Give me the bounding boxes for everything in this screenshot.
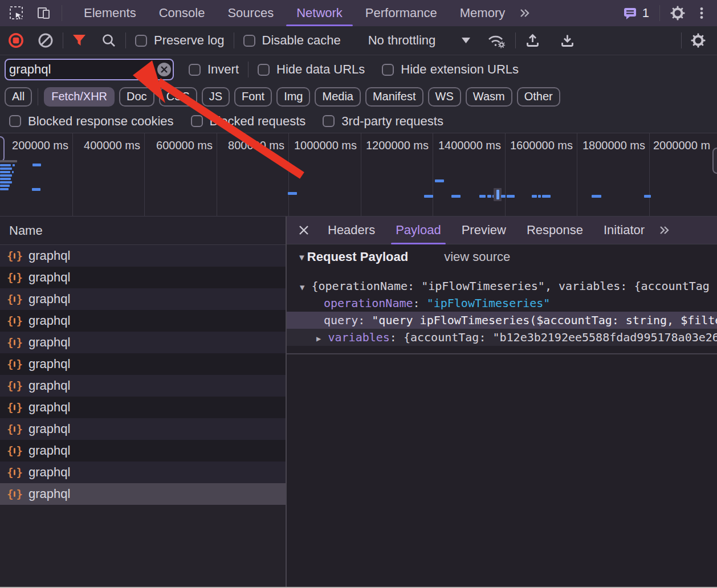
request-row[interactable]: {}graphql xyxy=(0,245,286,267)
request-row[interactable]: {}graphql xyxy=(0,353,286,375)
record-network-log-icon[interactable] xyxy=(8,32,24,48)
more-detail-tabs-icon[interactable] xyxy=(658,224,671,236)
timeline-gridline xyxy=(433,133,433,216)
tab-performance[interactable]: Performance xyxy=(354,0,449,26)
clear-network-log-icon[interactable] xyxy=(38,32,54,48)
filter-funnel-icon[interactable] xyxy=(72,34,87,47)
filter-input[interactable] xyxy=(5,59,174,80)
payload-query-row[interactable]: query: "query ipFlowTimeseries($accountT… xyxy=(287,312,717,329)
pill-wasm[interactable]: Wasm xyxy=(466,87,512,107)
clear-filter-icon[interactable] xyxy=(157,63,171,76)
close-details-icon[interactable] xyxy=(295,221,313,239)
pill-doc[interactable]: Doc xyxy=(119,87,154,107)
timeline-time-label: 1200000 ms xyxy=(366,139,429,152)
device-toolbar-icon[interactable] xyxy=(36,6,51,21)
request-timing-mark xyxy=(424,195,433,198)
search-icon[interactable] xyxy=(101,33,116,48)
request-name: graphql xyxy=(28,465,70,480)
timeline-right-handle[interactable] xyxy=(712,148,717,174)
tab-memory[interactable]: Memory xyxy=(449,0,516,26)
hide-extension-urls-checkbox[interactable] xyxy=(382,64,394,76)
invert-label: Invert xyxy=(207,62,239,77)
throttling-select[interactable]: No throttling xyxy=(368,33,436,48)
blocked-requests-checkbox[interactable] xyxy=(191,115,203,127)
request-row[interactable]: {}graphql xyxy=(0,397,286,418)
request-row[interactable]: {}graphql xyxy=(0,375,286,397)
request-row[interactable]: {}graphql xyxy=(0,483,286,505)
request-timing-mark xyxy=(0,174,12,177)
blocked-response-cookies-checkbox[interactable] xyxy=(9,115,21,127)
request-row[interactable]: {}graphql xyxy=(0,440,286,462)
pill-other[interactable]: Other xyxy=(517,87,560,107)
request-timing-mark xyxy=(507,195,515,198)
tab-headers[interactable]: Headers xyxy=(317,217,385,244)
more-tabs-icon[interactable] xyxy=(518,6,532,21)
request-row[interactable]: {}graphql xyxy=(0,332,286,353)
request-timing-mark xyxy=(0,168,12,170)
pill-manifest[interactable]: Manifest xyxy=(365,87,423,107)
name-column-header[interactable]: Name xyxy=(0,217,286,245)
view-source-link[interactable]: view source xyxy=(444,250,510,264)
request-timing-mark xyxy=(496,190,499,199)
timeline-gridline xyxy=(649,133,650,216)
payload-variables-row[interactable]: ▶ variables: {accountTag: "b12e3b2192ee5… xyxy=(287,329,717,346)
divider xyxy=(38,88,38,105)
json-braces-icon: {} xyxy=(7,271,23,284)
tab-initiator[interactable]: Initiator xyxy=(593,217,655,244)
request-row[interactable]: {}graphql xyxy=(0,418,286,440)
pill-img[interactable]: Img xyxy=(276,87,310,107)
tab-payload[interactable]: Payload xyxy=(385,217,451,244)
pill-all[interactable]: All xyxy=(5,87,32,107)
settings-gear-icon[interactable] xyxy=(670,6,685,21)
hide-data-urls-checkbox[interactable] xyxy=(258,64,270,76)
network-overview-timeline[interactable]: 200000 ms400000 ms600000 ms800000 ms1000… xyxy=(0,133,717,217)
request-timing-mark xyxy=(644,195,651,198)
third-party-requests-checkbox[interactable] xyxy=(323,115,335,127)
network-conditions-icon[interactable] xyxy=(487,33,506,48)
json-braces-icon: {} xyxy=(7,466,23,479)
issues-counter[interactable]: 1 xyxy=(623,6,649,21)
request-timing-mark xyxy=(479,195,486,198)
network-settings-gear-icon[interactable] xyxy=(691,33,706,48)
import-har-icon[interactable] xyxy=(525,33,540,48)
request-row[interactable]: {}graphql xyxy=(0,462,286,483)
pill-media[interactable]: Media xyxy=(315,87,360,107)
request-payload-section[interactable]: ▼ Request Payload view source xyxy=(287,244,717,270)
tab-response[interactable]: Response xyxy=(516,217,593,244)
json-braces-icon: {} xyxy=(7,358,23,370)
tab-sources[interactable]: Sources xyxy=(216,0,285,26)
pill-font[interactable]: Font xyxy=(234,87,272,107)
request-name: graphql xyxy=(28,313,70,328)
request-name: graphql xyxy=(28,292,70,307)
request-name: graphql xyxy=(28,335,70,350)
preserve-log-checkbox[interactable] xyxy=(135,35,147,47)
collapse-triangle-icon: ▼ xyxy=(298,252,306,262)
divider xyxy=(62,5,62,21)
pill-fetch-xhr[interactable]: Fetch/XHR xyxy=(44,87,115,107)
request-name: graphql xyxy=(28,270,70,285)
request-timing-mark xyxy=(542,195,551,198)
timeline-gridline xyxy=(72,133,73,216)
pill-css[interactable]: CSS xyxy=(159,87,197,107)
pill-ws[interactable]: WS xyxy=(428,87,461,107)
request-row[interactable]: {}graphql xyxy=(0,267,286,288)
tab-network[interactable]: Network xyxy=(285,0,354,26)
tab-elements[interactable]: Elements xyxy=(72,0,148,26)
request-timing-mark xyxy=(0,181,12,183)
request-name: graphql xyxy=(28,378,70,393)
request-timing-mark xyxy=(12,171,14,173)
request-row[interactable]: {}graphql xyxy=(0,288,286,310)
payload-operation-name-row[interactable]: operationName: "ipFlowTimeseries" xyxy=(287,295,717,312)
kebab-menu-icon[interactable] xyxy=(694,6,709,21)
payload-root-row[interactable]: ▼ {operationName: "ipFlowTimeseries", va… xyxy=(287,277,717,295)
tab-preview[interactable]: Preview xyxy=(451,217,516,244)
request-row[interactable]: {}graphql xyxy=(0,310,286,332)
disable-cache-checkbox[interactable] xyxy=(243,35,255,47)
tab-console[interactable]: Console xyxy=(148,0,217,26)
export-har-icon[interactable] xyxy=(560,33,575,48)
invert-checkbox[interactable] xyxy=(189,64,201,76)
inspect-element-icon[interactable] xyxy=(9,6,24,21)
pill-js[interactable]: JS xyxy=(202,87,230,107)
json-braces-icon: {} xyxy=(7,444,23,457)
timeline-left-handle[interactable] xyxy=(0,136,5,162)
